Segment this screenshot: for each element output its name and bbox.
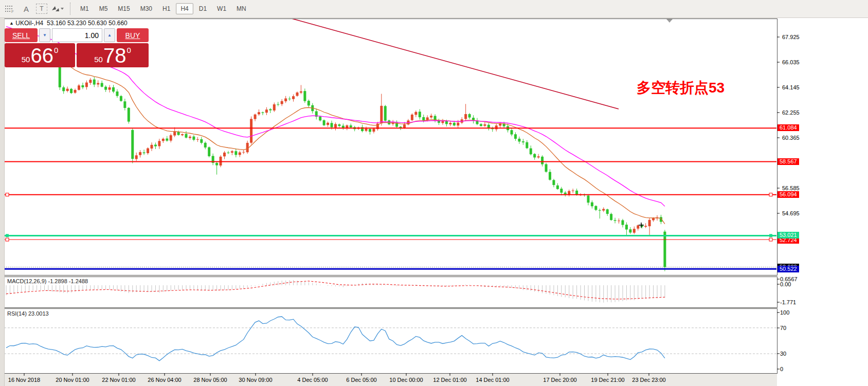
time-tick-label: 14 Dec 01:00: [467, 377, 518, 383]
price-tick-label: 62.255: [782, 109, 800, 116]
window-left-gutter: [0, 17, 5, 386]
buy-button[interactable]: BUY: [117, 28, 149, 42]
rsi-tick-label: 70: [780, 325, 786, 331]
volume-increase-button[interactable]: ▲: [104, 28, 115, 42]
volume-decrease-button[interactable]: ▼: [39, 28, 50, 42]
timeframe-w1[interactable]: W1: [212, 3, 231, 14]
symbol-title: UKOil-,H4: [15, 20, 43, 27]
price-level-label: 61.084: [777, 124, 799, 131]
rsi-tick-label: 30: [780, 351, 786, 357]
price-tick-label: 66.035: [782, 59, 800, 65]
mt4-window: F A T M1M5M15M30H1H4D1W1MN ▲ UKOil-,H4 5…: [0, 0, 868, 386]
price-tick-label: 56.585: [782, 185, 800, 191]
chart-annotation-text[interactable]: 多空转折点53: [637, 78, 725, 98]
timeframe-m1[interactable]: M1: [76, 3, 94, 14]
timeframe-h1[interactable]: H1: [158, 3, 175, 14]
price-tick-label: 60.365: [782, 135, 800, 141]
ohlc-values: 53.160 53.230 50.630 50.660: [47, 20, 128, 27]
price-level-label: 58.567: [777, 158, 799, 165]
time-tick-label: 4 Dec 05:00: [287, 377, 338, 383]
timeframe-m15[interactable]: M15: [113, 3, 134, 14]
timeframe-m5[interactable]: M5: [95, 3, 113, 14]
sell-button[interactable]: SELL: [5, 28, 38, 42]
time-tick-label: 28 Nov 05:00: [185, 377, 236, 383]
main-toolbar: F A T M1M5M15M30H1H4D1W1MN: [0, 0, 868, 18]
timeframe-h4[interactable]: H4: [176, 3, 193, 14]
price-tick-label: 64.145: [782, 84, 800, 90]
sell-price-display[interactable]: 50 66 0: [5, 43, 75, 67]
time-tick-label: 30 Nov 09:00: [230, 377, 281, 383]
macd-tick-label: -1.771: [780, 299, 796, 305]
time-tick-label: 22 Nov 01:00: [93, 377, 144, 383]
price-level-label: 53.021: [777, 232, 799, 238]
rsi-label: RSI(14) 23.0013: [7, 310, 49, 317]
time-tick-label: 26 Nov 04:00: [139, 377, 190, 383]
price-level-label: 50.522: [777, 266, 799, 272]
timeframe-group: M1M5M15M30H1H4D1W1MN: [75, 3, 251, 14]
indicators-grid-icon[interactable]: F: [3, 3, 16, 15]
svg-text:F: F: [11, 9, 14, 13]
time-tick-label: 6 Dec 05:00: [336, 377, 387, 383]
time-tick-label: 23 Dec 23:00: [623, 377, 675, 383]
price-tick-label: 67.925: [782, 34, 800, 40]
time-tick-label: 20 Nov 01:00: [47, 377, 98, 383]
one-click-trading-panel: SELL ▼ 1.00 ▲ BUY 50 66 0 50 78 0: [5, 28, 149, 67]
timeframe-d1[interactable]: D1: [194, 3, 211, 14]
text-label-icon[interactable]: T: [36, 4, 47, 14]
time-tick-label: 16 Nov 2018: [0, 377, 50, 383]
price-tick-label: 54.695: [782, 210, 800, 216]
time-tick-label: 17 Dec 20:00: [534, 377, 586, 383]
timeframe-mn[interactable]: MN: [232, 3, 251, 14]
collapse-arrow-icon[interactable]: ▲: [9, 21, 14, 26]
draw-objects-icon[interactable]: [50, 3, 64, 15]
insert-text-icon[interactable]: A: [20, 3, 33, 15]
price-level-label: 56.094: [777, 191, 799, 198]
macd-label: MACD(12,26,9) -1.2898 -1.2488: [7, 278, 88, 284]
volume-input[interactable]: 1.00: [52, 28, 102, 42]
buy-price-display[interactable]: 50 78 0: [77, 43, 149, 67]
rsi-tick-label: 100: [780, 309, 789, 316]
toolbar-separator: [70, 3, 70, 15]
timeframe-m30[interactable]: M30: [136, 3, 157, 14]
chart-header: ▲ UKOil-,H4 53.160 53.230 50.630 50.660: [9, 20, 128, 27]
rsi-tick-label: 0: [780, 366, 783, 372]
macd-tick-label: 0.00: [780, 281, 791, 287]
